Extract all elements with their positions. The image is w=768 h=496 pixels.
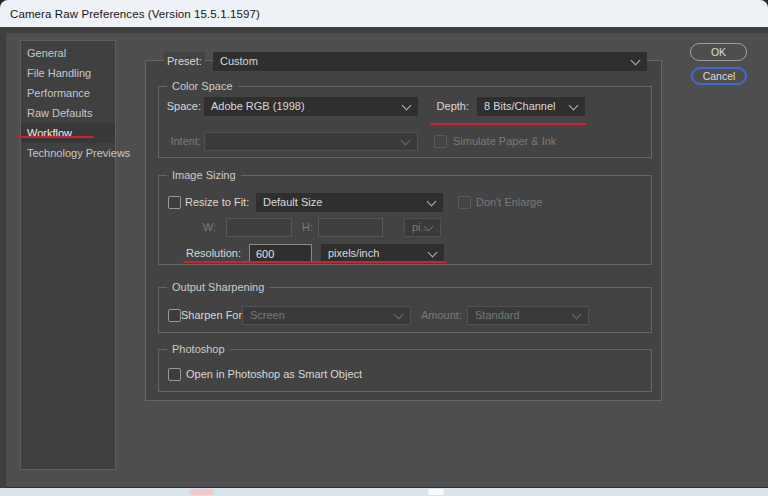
photoshop-title: Photoshop xyxy=(167,343,230,356)
color-space-title: Color Space xyxy=(167,80,238,93)
space-select[interactable]: Adobe RGB (1998) xyxy=(204,97,418,116)
window-title: Camera Raw Preferences (Version 15.5.1.1… xyxy=(10,8,260,20)
sidebar-item-workflow[interactable]: Workflow xyxy=(21,123,115,143)
window-edge xyxy=(0,33,6,488)
height-label: H: xyxy=(299,218,313,237)
sharpen-for-checkbox[interactable] xyxy=(168,309,181,322)
sidebar-item-file-handling[interactable]: File Handling xyxy=(21,63,115,83)
simulate-paper-ink-checkbox xyxy=(434,135,447,148)
depth-label: Depth: xyxy=(434,97,469,116)
preset-label: Preset: xyxy=(164,52,205,71)
output-sharpening-title: Output Sharpening xyxy=(167,281,269,294)
intent-select xyxy=(204,132,418,151)
open-as-smart-object-checkbox[interactable] xyxy=(168,368,181,381)
amount-select: Standard xyxy=(467,306,589,325)
open-as-smart-object-label: Open in Photoshop as Smart Object xyxy=(186,365,362,384)
depth-select[interactable]: 8 Bits/Channel xyxy=(477,97,585,116)
sharpen-for-label: Sharpen For: xyxy=(181,306,245,325)
sidebar-item-general[interactable]: General xyxy=(21,43,115,63)
title-bar[interactable]: Camera Raw Preferences (Version 15.5.1.1… xyxy=(0,0,768,27)
width-input xyxy=(226,218,292,237)
dont-enlarge-label: Don't Enlarge xyxy=(476,193,542,212)
taskbar-icon-blob xyxy=(428,489,444,495)
color-space-section: Color Space Space: Adobe RGB (1998) Dept… xyxy=(158,86,652,158)
photoshop-section: Photoshop Open in Photoshop as Smart Obj… xyxy=(158,349,652,392)
sidebar-item-performance[interactable]: Performance xyxy=(21,83,115,103)
preset-select[interactable]: Custom xyxy=(213,52,647,71)
camera-raw-preferences-dialog: Camera Raw Preferences (Version 15.5.1.1… xyxy=(0,0,768,496)
chevron-down-icon xyxy=(401,136,411,146)
sidebar-item-technology-previews[interactable]: Technology Previews xyxy=(21,143,115,163)
intent-label: Intent: xyxy=(159,132,201,151)
output-sharpening-section: Output Sharpening Sharpen For: Screen Am… xyxy=(158,287,652,333)
size-unit-select: pi... xyxy=(404,218,441,237)
dont-enlarge-checkbox xyxy=(458,196,471,209)
width-label: W: xyxy=(197,218,216,237)
amount-label: Amount: xyxy=(421,306,461,325)
preferences-sidebar: General File Handling Performance Raw De… xyxy=(20,40,116,470)
resize-to-fit-label: Resize to Fit: xyxy=(185,193,249,212)
titlebar-shadow xyxy=(0,27,768,33)
ok-button[interactable]: OK xyxy=(690,43,747,61)
height-input xyxy=(318,218,383,237)
image-sizing-title: Image Sizing xyxy=(167,169,241,182)
resize-to-fit-select[interactable]: Default Size xyxy=(256,193,443,212)
simulate-paper-ink-label: Simulate Paper & Ink xyxy=(453,132,556,151)
image-sizing-section: Image Sizing Resize to Fit: Default Size… xyxy=(158,175,652,265)
cancel-button[interactable]: Cancel xyxy=(691,67,747,85)
taskbar-icon-blob xyxy=(190,489,214,495)
sharpen-for-select: Screen xyxy=(242,306,411,325)
sidebar-item-raw-defaults[interactable]: Raw Defaults xyxy=(21,103,115,123)
space-label: Space: xyxy=(159,97,201,116)
resize-to-fit-checkbox[interactable] xyxy=(168,196,181,209)
desktop-strip xyxy=(0,488,768,496)
